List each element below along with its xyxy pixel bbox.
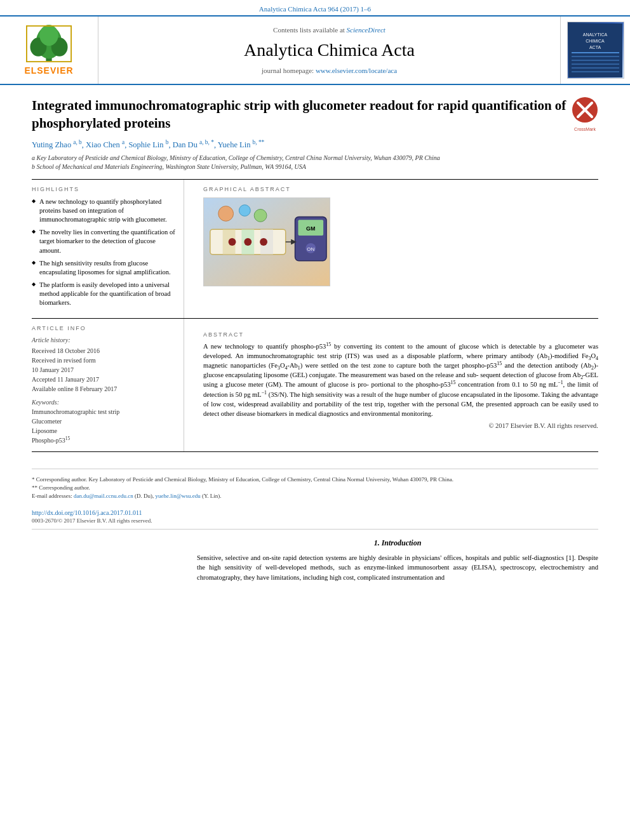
author-3: Sophie Lin b, — [128, 140, 172, 149]
doi-issn-area: http://dx.doi.org/10.1016/j.aca.2017.01.… — [0, 509, 630, 529]
sciencedirect-line: Contents lists available at ScienceDirec… — [273, 26, 385, 34]
email-yuehe-link[interactable]: yuehe.lin@wsu.edu — [156, 493, 201, 499]
author-1: Yuting Zhao a, b, — [32, 140, 86, 149]
intro-columns: 1. Introduction Sensitive, selective and… — [32, 538, 598, 583]
svg-point-34 — [239, 204, 250, 216]
highlight-item-4: The platform is easily developed into a … — [32, 281, 177, 308]
keyword-2: Glucometer — [32, 417, 177, 426]
received-date: Received 18 October 2016 — [32, 346, 177, 356]
highlights-graphical-section: HIGHLIGHTS A new technology to quantify … — [32, 179, 598, 319]
svg-point-33 — [218, 206, 234, 221]
authors-line: Yuting Zhao a, b, Xiao Chen a, Sophie Li… — [32, 140, 598, 150]
author-4: Dan Du a, b, *, — [173, 140, 218, 149]
footnote-text: * Corresponding author. Key Laboratory o… — [32, 476, 598, 500]
graphical-abstract-heading: GRAPHICAL ABSTRACT — [203, 186, 598, 192]
elsevier-logo-area: ELSEVIER — [0, 17, 98, 84]
article-info-heading: ARTICLE INFO — [32, 325, 177, 331]
corresponding-author-star: * Corresponding author. Key Laboratory o… — [32, 476, 598, 484]
svg-point-26 — [260, 238, 267, 246]
doi-link[interactable]: http://dx.doi.org/10.1016/j.aca.2017.01.… — [32, 509, 598, 516]
author-2: Xiao Chen a, — [86, 140, 128, 149]
intro-right-col: 1. Introduction Sensitive, selective and… — [184, 538, 598, 583]
article-content: Integrated immunochromatographic strip w… — [0, 85, 630, 460]
abstract-col: ABSTRACT A new technology to quantify ph… — [197, 319, 598, 451]
footnote-area: * Corresponding author. Key Laboratory o… — [0, 469, 630, 507]
svg-point-24 — [229, 238, 236, 246]
intro-left-spacer — [32, 538, 184, 583]
article-info-col: ARTICLE INFO Article history: Received 1… — [32, 319, 184, 451]
intro-text: Sensitive, selective and on-site rapid d… — [197, 553, 598, 583]
introduction-section: 1. Introduction Sensitive, selective and… — [0, 530, 630, 592]
email-addresses: E-mail addresses: dan.du@mail.ccnu.edu.c… — [32, 492, 598, 500]
svg-point-35 — [254, 209, 267, 222]
intro-section-title: 1. Introduction — [197, 538, 598, 548]
elsevier-label: ELSEVIER — [24, 65, 73, 76]
homepage-link[interactable]: www.elsevier.com/locate/aca — [316, 67, 397, 74]
author-5: Yuehe Lin b, ** — [218, 140, 265, 149]
issn-line: 0003-2670/© 2017 Elsevier B.V. All right… — [32, 517, 598, 524]
abstract-heading: ABSTRACT — [203, 331, 598, 338]
highlight-item-2: The novelty lies in converting the quant… — [32, 228, 177, 255]
svg-rect-6 — [568, 23, 622, 77]
email-dan-link[interactable]: dan.du@mail.ccnu.edu.cn — [74, 493, 133, 499]
svg-text:ON: ON — [307, 246, 314, 252]
graphical-abstract-col: GRAPHICAL ABSTRACT — [197, 180, 598, 318]
keyword-3: Liposome — [32, 426, 177, 436]
accepted-date: Accepted 11 January 2017 — [32, 375, 177, 384]
history-title: Article history: — [32, 337, 177, 343]
article-info-abstract-section: ARTICLE INFO Article history: Received 1… — [32, 319, 598, 452]
keyword-4: Phospho-p5315 — [32, 436, 177, 445]
graphical-abstract-image: GM ON — [203, 197, 330, 286]
svg-point-4 — [39, 25, 58, 46]
journal-reference: Analytica Chimica Acta 964 (2017) 1–6 — [0, 0, 630, 15]
svg-rect-10 — [572, 52, 619, 53]
sciencedirect-link[interactable]: ScienceDirect — [347, 26, 385, 34]
svg-point-25 — [244, 238, 251, 246]
highlights-col: HIGHLIGHTS A new technology to quantify … — [32, 180, 184, 318]
elsevier-tree-icon — [23, 25, 74, 63]
available-date: Available online 8 February 2017 — [32, 384, 177, 394]
journal-thumbnail: ANALYTICA CHIMICA ACTA — [567, 22, 624, 79]
highlights-heading: HIGHLIGHTS — [32, 186, 177, 192]
affiliations: a Key Laboratory of Pesticide and Chemic… — [32, 154, 598, 171]
homepage-line: journal homepage: www.elsevier.com/locat… — [262, 67, 397, 74]
article-title: Integrated immunochromatographic strip w… — [32, 97, 598, 133]
journal-header: ELSEVIER Contents lists available at Sci… — [0, 15, 630, 85]
crossmark-logo: CrossMark — [572, 97, 598, 123]
highlight-item-1: A new technology to quantify phosphoryla… — [32, 197, 177, 225]
journal-title-area: Contents lists available at ScienceDirec… — [98, 17, 560, 84]
journal-ref-text: Analytica Chimica Acta 964 (2017) 1–6 — [259, 5, 371, 13]
affiliation-a: a Key Laboratory of Pesticide and Chemic… — [32, 154, 598, 163]
svg-text:ACTA: ACTA — [589, 45, 601, 50]
received-revised-date: 10 January 2017 — [32, 365, 177, 375]
copyright-notice: © 2017 Elsevier B.V. All rights reserved… — [203, 422, 598, 429]
affiliation-b: b School of Mechanical and Materials Eng… — [32, 163, 598, 171]
keywords-title: Keywords: — [32, 399, 177, 406]
received-revised-label: Received in revised form — [32, 356, 177, 365]
svg-text:CHIMICA: CHIMICA — [586, 39, 605, 43]
svg-text:ANALYTICA: ANALYTICA — [583, 32, 608, 37]
journal-title: Analytica Chimica Acta — [244, 40, 415, 60]
highlight-item-3: The high sensitivity results from glucos… — [32, 259, 177, 277]
journal-thumbnail-area: ANALYTICA CHIMICA ACTA — [560, 17, 630, 84]
corresponding-author-double-star: ** Corresponding author. — [32, 484, 598, 492]
svg-text:GM: GM — [306, 225, 315, 232]
abstract-text: A new technology to quantify phospho-p53… — [203, 342, 598, 419]
keyword-1: Immunochromatographic test strip — [32, 407, 177, 417]
